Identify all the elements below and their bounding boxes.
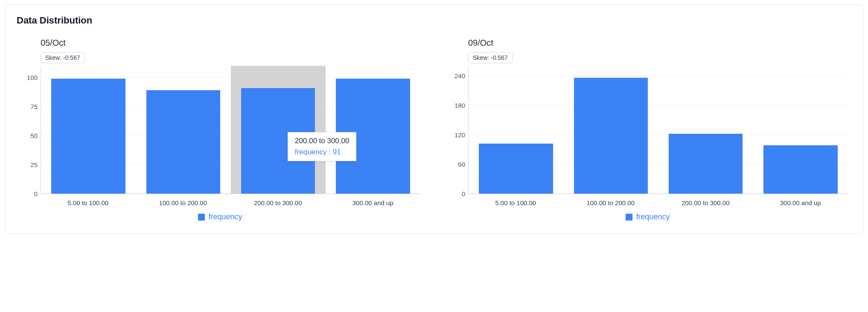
- y-tick-label: 25: [30, 161, 41, 168]
- bar[interactable]: [574, 78, 648, 194]
- y-tick-label: 50: [30, 132, 41, 139]
- legend[interactable]: frequency: [17, 212, 424, 221]
- bars: [41, 66, 420, 194]
- x-label: 200.00 to 300.00: [230, 199, 326, 206]
- bar[interactable]: [669, 134, 743, 194]
- card-title: Data Distribution: [17, 15, 851, 26]
- y-tick-label: 100: [27, 74, 41, 81]
- tooltip-title: 200.00 to 300.00: [295, 137, 350, 145]
- chart-1: 09/OctSkew: -0.5670601201802405.00 to 10…: [444, 38, 851, 221]
- y-tick-label: 75: [30, 103, 41, 110]
- charts-row: 05/OctSkew: -0.5670255075100200.00 to 30…: [17, 38, 851, 221]
- bar[interactable]: [146, 90, 220, 194]
- legend-label: frequency: [208, 212, 242, 221]
- chart-0: 05/OctSkew: -0.5670255075100200.00 to 30…: [17, 38, 424, 221]
- plot-area: 060120180240: [468, 66, 848, 194]
- bar-slot[interactable]: [326, 66, 420, 194]
- x-label: 5.00 to 100.00: [41, 199, 136, 206]
- y-tick-label: 120: [454, 131, 469, 138]
- bar[interactable]: [763, 145, 837, 194]
- y-tick-label: 0: [34, 190, 41, 197]
- bars: [469, 66, 848, 194]
- y-tick-label: 180: [454, 102, 469, 109]
- data-distribution-card: Data Distribution 05/OctSkew: -0.5670255…: [4, 4, 864, 234]
- bar-slot[interactable]: [469, 66, 563, 194]
- chart-tooltip: 200.00 to 300.00frequency : 91: [288, 132, 357, 161]
- x-label: 200.00 to 300.00: [658, 199, 753, 206]
- bar-slot[interactable]: [41, 66, 136, 194]
- bar-slot[interactable]: [231, 66, 326, 194]
- plot-area: 0255075100200.00 to 300.00frequency : 91: [41, 66, 420, 194]
- y-tick-label: 240: [454, 72, 469, 79]
- legend-swatch: [626, 214, 632, 221]
- legend-swatch: [198, 214, 205, 221]
- tooltip-value: frequency : 91: [295, 148, 350, 156]
- x-labels: 5.00 to 100.00100.00 to 200.00200.00 to …: [468, 199, 848, 206]
- x-label: 100.00 to 200.00: [136, 199, 231, 206]
- legend-label: frequency: [636, 212, 670, 221]
- bar[interactable]: [51, 79, 125, 194]
- bar[interactable]: [479, 144, 553, 194]
- x-labels: 5.00 to 100.00100.00 to 200.00200.00 to …: [41, 199, 420, 206]
- chart-title: 05/Oct: [17, 38, 424, 48]
- y-tick-label: 60: [458, 161, 469, 168]
- bar-slot[interactable]: [658, 66, 753, 194]
- x-label: 300.00 and up: [753, 199, 848, 206]
- skew-badge: Skew: -0.567: [41, 52, 85, 63]
- bar-slot[interactable]: [753, 66, 848, 194]
- x-label: 100.00 to 200.00: [563, 199, 658, 206]
- x-label: 5.00 to 100.00: [468, 199, 563, 206]
- x-label: 300.00 and up: [326, 199, 421, 206]
- bar-slot[interactable]: [563, 66, 658, 194]
- skew-badge: Skew: -0.567: [468, 52, 513, 63]
- legend[interactable]: frequency: [444, 212, 851, 221]
- chart-title: 09/Oct: [444, 38, 851, 48]
- bar-slot[interactable]: [136, 66, 230, 194]
- y-tick-label: 0: [462, 190, 469, 197]
